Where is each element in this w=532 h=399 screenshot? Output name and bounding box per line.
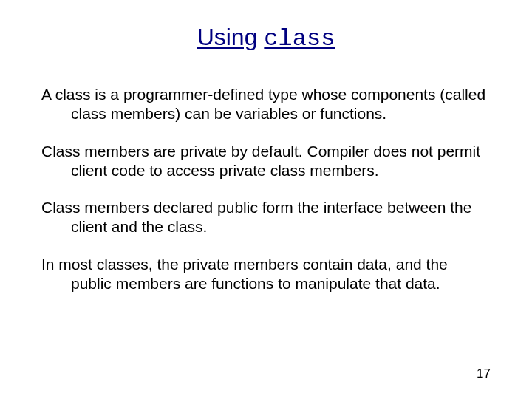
slide: Using class A class is a programmer-defi…: [0, 0, 532, 399]
title-word-class: class: [264, 25, 335, 52]
paragraph: In most classes, the private members con…: [41, 255, 491, 294]
page-number: 17: [477, 366, 491, 381]
title-word-using: Using: [197, 24, 258, 50]
slide-title: Using class: [41, 24, 491, 52]
slide-body: A class is a programmer-defined type who…: [41, 85, 491, 293]
paragraph: Class members are private by default. Co…: [41, 142, 491, 181]
paragraph: A class is a programmer-defined type who…: [41, 85, 491, 124]
paragraph: Class members declared public form the i…: [41, 198, 491, 237]
